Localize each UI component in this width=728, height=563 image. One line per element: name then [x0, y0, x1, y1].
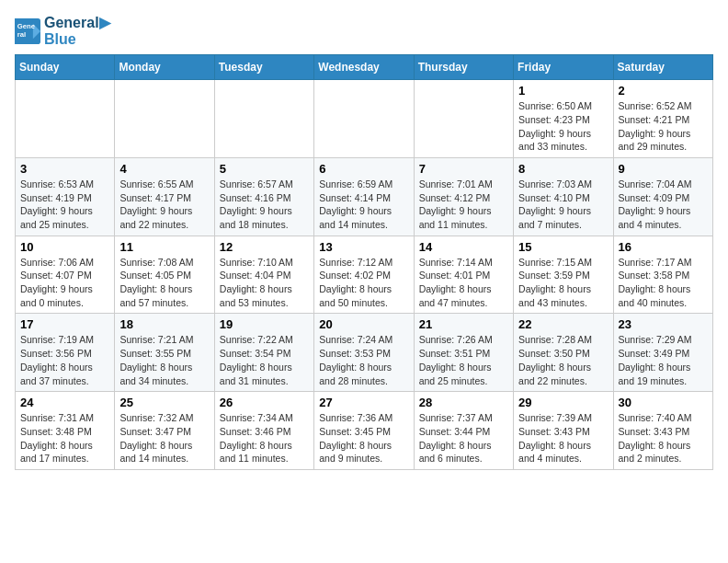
- day-info: Sunrise: 6:50 AM Sunset: 4:23 PM Dayligh…: [518, 99, 608, 154]
- day-number: 22: [518, 317, 608, 331]
- logo-icon: Gene ral: [15, 18, 40, 44]
- week-row-2: 10Sunrise: 7:06 AM Sunset: 4:07 PM Dayli…: [16, 236, 713, 314]
- day-number: 20: [319, 317, 408, 331]
- calendar-cell: 26Sunrise: 7:34 AM Sunset: 3:46 PM Dayli…: [214, 392, 313, 470]
- day-info: Sunrise: 7:40 AM Sunset: 3:43 PM Dayligh…: [619, 411, 708, 465]
- calendar-cell: 8Sunrise: 7:03 AM Sunset: 4:10 PM Daylig…: [514, 157, 613, 236]
- calendar-cell: 4Sunrise: 6:55 AM Sunset: 4:17 PM Daylig…: [115, 157, 214, 236]
- week-row-4: 24Sunrise: 7:31 AM Sunset: 3:48 PM Dayli…: [16, 392, 713, 470]
- calendar-cell: 12Sunrise: 7:10 AM Sunset: 4:04 PM Dayli…: [214, 236, 313, 314]
- calendar-cell: 1Sunrise: 6:50 AM Sunset: 4:23 PM Daylig…: [514, 80, 613, 158]
- weekday-header-wednesday: Wednesday: [314, 55, 414, 80]
- day-number: 3: [20, 162, 109, 176]
- calendar-cell: 16Sunrise: 7:17 AM Sunset: 3:58 PM Dayli…: [613, 236, 712, 314]
- calendar-cell: 11Sunrise: 7:08 AM Sunset: 4:05 PM Dayli…: [115, 236, 214, 314]
- day-number: 11: [119, 240, 209, 254]
- day-info: Sunrise: 7:15 AM Sunset: 3:59 PM Dayligh…: [518, 256, 608, 310]
- day-info: Sunrise: 7:10 AM Sunset: 4:04 PM Dayligh…: [220, 256, 309, 310]
- svg-text:Gene: Gene: [17, 22, 36, 30]
- day-number: 28: [419, 396, 508, 409]
- calendar-cell: 9Sunrise: 7:04 AM Sunset: 4:09 PM Daylig…: [613, 157, 712, 236]
- day-info: Sunrise: 7:03 AM Sunset: 4:10 PM Dayligh…: [518, 178, 608, 232]
- logo: Gene ral General▶ Blue: [15, 15, 110, 47]
- calendar-cell: 14Sunrise: 7:14 AM Sunset: 4:01 PM Dayli…: [414, 236, 513, 314]
- day-number: 17: [20, 317, 109, 331]
- svg-text:ral: ral: [17, 30, 26, 39]
- calendar-cell: 20Sunrise: 7:24 AM Sunset: 3:53 PM Dayli…: [314, 314, 414, 392]
- calendar-cell: 22Sunrise: 7:28 AM Sunset: 3:50 PM Dayli…: [514, 314, 613, 392]
- calendar-cell: 29Sunrise: 7:39 AM Sunset: 3:43 PM Dayli…: [514, 392, 613, 470]
- day-number: 19: [220, 317, 309, 331]
- day-info: Sunrise: 7:22 AM Sunset: 3:54 PM Dayligh…: [220, 333, 309, 387]
- calendar-cell: 21Sunrise: 7:26 AM Sunset: 3:51 PM Dayli…: [414, 314, 513, 392]
- calendar-cell: 28Sunrise: 7:37 AM Sunset: 3:44 PM Dayli…: [414, 392, 513, 470]
- day-number: 7: [419, 162, 508, 176]
- calendar-cell: 27Sunrise: 7:36 AM Sunset: 3:45 PM Dayli…: [314, 392, 414, 470]
- day-info: Sunrise: 7:19 AM Sunset: 3:56 PM Dayligh…: [20, 333, 109, 387]
- page-header: Gene ral General▶ Blue: [15, 15, 713, 51]
- weekday-header-saturday: Saturday: [613, 55, 712, 80]
- calendar-cell: 6Sunrise: 6:59 AM Sunset: 4:14 PM Daylig…: [314, 157, 414, 236]
- day-number: 30: [619, 396, 708, 409]
- day-info: Sunrise: 7:04 AM Sunset: 4:09 PM Dayligh…: [619, 178, 708, 232]
- day-info: Sunrise: 6:57 AM Sunset: 4:16 PM Dayligh…: [220, 178, 309, 232]
- day-number: 6: [319, 162, 408, 176]
- calendar-cell: 7Sunrise: 7:01 AM Sunset: 4:12 PM Daylig…: [414, 157, 513, 236]
- calendar-cell: 25Sunrise: 7:32 AM Sunset: 3:47 PM Dayli…: [115, 392, 214, 470]
- day-info: Sunrise: 6:55 AM Sunset: 4:17 PM Dayligh…: [119, 178, 209, 232]
- day-number: 23: [619, 317, 708, 331]
- logo-text: General▶ Blue: [44, 15, 110, 47]
- calendar-cell: [314, 80, 414, 158]
- week-row-0: 1Sunrise: 6:50 AM Sunset: 4:23 PM Daylig…: [16, 80, 713, 158]
- day-number: 8: [518, 162, 608, 176]
- calendar-cell: 3Sunrise: 6:53 AM Sunset: 4:19 PM Daylig…: [16, 157, 115, 236]
- day-info: Sunrise: 7:31 AM Sunset: 3:48 PM Dayligh…: [20, 411, 109, 465]
- calendar-cell: [214, 80, 313, 158]
- weekday-header-friday: Friday: [514, 55, 613, 80]
- calendar-cell: 18Sunrise: 7:21 AM Sunset: 3:55 PM Dayli…: [115, 314, 214, 392]
- calendar-cell: 19Sunrise: 7:22 AM Sunset: 3:54 PM Dayli…: [214, 314, 313, 392]
- day-info: Sunrise: 7:01 AM Sunset: 4:12 PM Dayligh…: [419, 178, 508, 232]
- day-number: 18: [119, 317, 209, 331]
- weekday-header-row: SundayMondayTuesdayWednesdayThursdayFrid…: [16, 55, 713, 80]
- week-row-1: 3Sunrise: 6:53 AM Sunset: 4:19 PM Daylig…: [16, 157, 713, 236]
- day-number: 9: [619, 162, 708, 176]
- day-number: 15: [518, 240, 608, 254]
- day-info: Sunrise: 6:52 AM Sunset: 4:21 PM Dayligh…: [619, 99, 708, 154]
- day-info: Sunrise: 7:39 AM Sunset: 3:43 PM Dayligh…: [518, 411, 608, 465]
- day-number: 5: [220, 162, 309, 176]
- day-number: 1: [518, 84, 608, 98]
- day-number: 14: [419, 240, 508, 254]
- day-number: 2: [619, 84, 708, 98]
- day-info: Sunrise: 6:59 AM Sunset: 4:14 PM Dayligh…: [319, 178, 408, 232]
- day-info: Sunrise: 7:32 AM Sunset: 3:47 PM Dayligh…: [119, 411, 209, 465]
- day-info: Sunrise: 7:21 AM Sunset: 3:55 PM Dayligh…: [119, 333, 209, 387]
- day-info: Sunrise: 7:24 AM Sunset: 3:53 PM Dayligh…: [319, 333, 408, 387]
- day-info: Sunrise: 7:14 AM Sunset: 4:01 PM Dayligh…: [419, 256, 508, 310]
- calendar-cell: [414, 80, 513, 158]
- day-number: 21: [419, 317, 508, 331]
- calendar-cell: 15Sunrise: 7:15 AM Sunset: 3:59 PM Dayli…: [514, 236, 613, 314]
- week-row-3: 17Sunrise: 7:19 AM Sunset: 3:56 PM Dayli…: [16, 314, 713, 392]
- day-info: Sunrise: 7:37 AM Sunset: 3:44 PM Dayligh…: [419, 411, 508, 465]
- day-info: Sunrise: 7:26 AM Sunset: 3:51 PM Dayligh…: [419, 333, 508, 387]
- day-info: Sunrise: 7:17 AM Sunset: 3:58 PM Dayligh…: [619, 256, 708, 310]
- day-number: 26: [220, 396, 309, 409]
- day-number: 25: [119, 396, 209, 409]
- day-info: Sunrise: 7:28 AM Sunset: 3:50 PM Dayligh…: [518, 333, 608, 387]
- day-number: 12: [220, 240, 309, 254]
- day-number: 29: [518, 396, 608, 409]
- day-info: Sunrise: 7:36 AM Sunset: 3:45 PM Dayligh…: [319, 411, 408, 465]
- calendar-cell: 30Sunrise: 7:40 AM Sunset: 3:43 PM Dayli…: [613, 392, 712, 470]
- day-info: Sunrise: 6:53 AM Sunset: 4:19 PM Dayligh…: [20, 178, 109, 232]
- calendar-cell: 23Sunrise: 7:29 AM Sunset: 3:49 PM Dayli…: [613, 314, 712, 392]
- calendar-cell: 10Sunrise: 7:06 AM Sunset: 4:07 PM Dayli…: [16, 236, 115, 314]
- weekday-header-sunday: Sunday: [16, 55, 115, 80]
- calendar-cell: 2Sunrise: 6:52 AM Sunset: 4:21 PM Daylig…: [613, 80, 712, 158]
- calendar-table: SundayMondayTuesdayWednesdayThursdayFrid…: [15, 54, 713, 470]
- weekday-header-thursday: Thursday: [414, 55, 513, 80]
- calendar-body: 1Sunrise: 6:50 AM Sunset: 4:23 PM Daylig…: [16, 80, 713, 470]
- weekday-header-tuesday: Tuesday: [214, 55, 313, 80]
- calendar-cell: [115, 80, 214, 158]
- day-info: Sunrise: 7:06 AM Sunset: 4:07 PM Dayligh…: [20, 256, 109, 310]
